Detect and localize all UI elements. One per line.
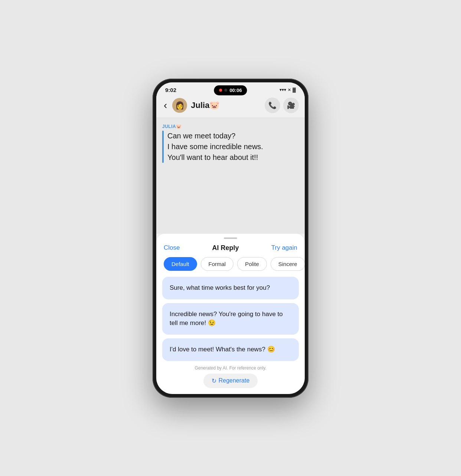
regenerate-icon: ↻: [212, 377, 216, 384]
message-border: [162, 131, 164, 163]
avatar: 👩: [172, 98, 187, 113]
dynamic-island: 00:06: [214, 85, 247, 95]
reply-item-1[interactable]: Sure, what time works best for you?: [162, 277, 299, 299]
video-button[interactable]: 🎥: [283, 98, 299, 113]
phone-frame: 9:02 00:06 ▾▾▾ ✕ ▓ ‹ 👩 Julia🐷 📞: [153, 79, 308, 398]
tone-chip-polite[interactable]: Polite: [237, 257, 267, 271]
sheet-title: AI Reply: [212, 244, 239, 252]
regenerate-button[interactable]: ↻ Regenerate: [203, 374, 258, 388]
regenerate-label: Regenerate: [219, 377, 250, 384]
phone-icon: 📞: [268, 101, 277, 109]
nav-actions: 📞 🎥: [265, 98, 299, 113]
message-text: Can we meet today? I have some incredibl…: [167, 131, 263, 163]
chat-area: JULIA🐷 Can we meet today? I have some in…: [156, 118, 305, 234]
try-again-button[interactable]: Try again: [271, 244, 297, 252]
video-icon: 🎥: [287, 101, 295, 109]
contact-name: Julia🐷: [191, 101, 261, 110]
drag-handle[interactable]: [224, 237, 237, 239]
ai-disclaimer: Generated by AI. For reference only.: [156, 361, 305, 374]
phone-button[interactable]: 📞: [265, 98, 280, 113]
camera-dot: [224, 89, 227, 92]
status-icons: ▾▾▾ ✕ ▓: [279, 87, 296, 92]
reply-text-2: Incredible news? You're going to have to…: [170, 311, 283, 327]
sender-label: JULIA🐷: [162, 124, 299, 129]
close-button[interactable]: Close: [164, 244, 180, 252]
reply-text-3: I'd love to meet! What's the news? 😊: [170, 346, 275, 353]
reply-list: Sure, what time works best for you? Incr…: [156, 277, 305, 361]
battery-icon: ▓: [292, 87, 296, 92]
sheet-header: Close AI Reply Try again: [156, 244, 305, 257]
tone-chip-sincere[interactable]: Sincere: [271, 257, 305, 271]
call-timer: 00:06: [229, 88, 242, 93]
tone-chip-default[interactable]: Default: [164, 257, 197, 271]
message-bubble: Can we meet today? I have some incredibl…: [162, 131, 299, 163]
reply-item-2[interactable]: Incredible news? You're going to have to…: [162, 303, 299, 335]
message-line-3: You'll want to hear about it!!: [167, 153, 258, 161]
signal-icon: ✕: [288, 88, 291, 92]
message-line-2: I have some incredible news.: [167, 142, 263, 151]
reply-item-3[interactable]: I'd love to meet! What's the news? 😊: [162, 338, 299, 361]
recording-dot: [219, 89, 222, 92]
status-time: 9:02: [165, 87, 176, 93]
status-bar: 9:02 00:06 ▾▾▾ ✕ ▓: [156, 82, 305, 95]
tone-chip-formal[interactable]: Formal: [201, 257, 234, 271]
reply-text-1: Sure, what time works best for you?: [170, 284, 270, 291]
ai-reply-sheet: Close AI Reply Try again Default Formal …: [156, 234, 305, 394]
wifi-icon: ▾▾▾: [279, 87, 286, 92]
tone-selector: Default Formal Polite Sincere: [156, 257, 305, 277]
message-line-1: Can we meet today?: [167, 132, 235, 140]
back-button[interactable]: ‹: [162, 98, 169, 113]
nav-bar: ‹ 👩 Julia🐷 📞 🎥: [156, 95, 305, 118]
phone-screen: 9:02 00:06 ▾▾▾ ✕ ▓ ‹ 👩 Julia🐷 📞: [156, 82, 305, 394]
